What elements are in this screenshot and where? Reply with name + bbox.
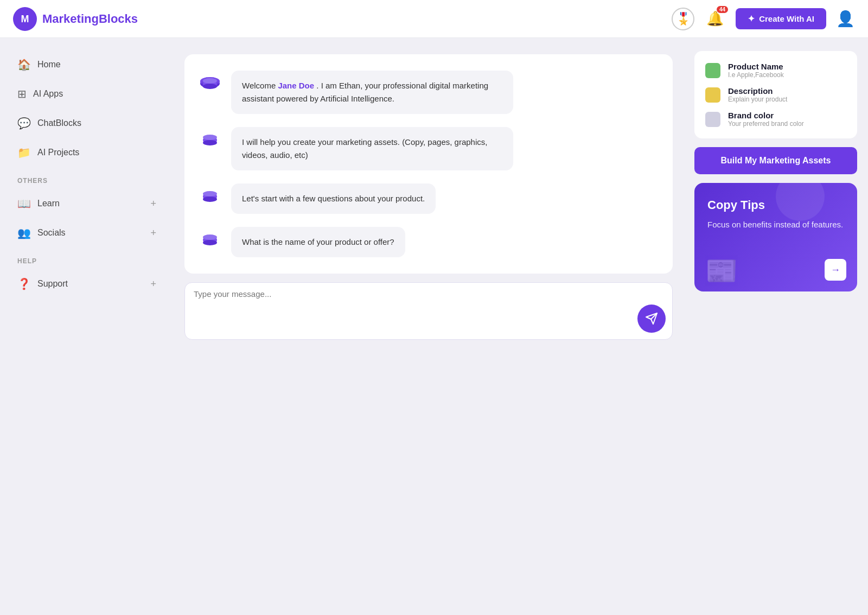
support-icon: ❓: [17, 277, 31, 290]
send-icon: [645, 312, 658, 325]
description-text: Description Explain your product: [728, 86, 787, 103]
input-area: [184, 282, 673, 340]
build-marketing-assets-button[interactable]: Build My Marketing Assets: [694, 147, 857, 174]
svg-point-11: [203, 135, 217, 140]
sparkle-icon: ✦: [748, 14, 755, 24]
svg-point-18: [203, 240, 217, 245]
medal-icon: 🎖️: [672, 8, 694, 30]
tips-next-button[interactable]: →: [825, 259, 846, 281]
main-layout: 🏠 Home ⊞ AI Apps 💬 ChatBlocks 📁 AI Proje…: [0, 38, 868, 615]
support-expand-icon[interactable]: +: [150, 278, 156, 290]
svg-point-8: [203, 78, 217, 84]
message-bubble-4: What is the name of your product or offe…: [231, 227, 405, 257]
tips-decor-icon: 📰: [705, 256, 738, 286]
help-section-label: HELP: [9, 249, 165, 268]
bot-avatar-2: [197, 127, 222, 152]
chat-input[interactable]: [194, 289, 630, 333]
chat-container: Welcome Jane Doe . I am Ethan, your prof…: [184, 54, 673, 274]
sidebar-item-socials[interactable]: 👥 Socials +: [9, 219, 165, 246]
brand-color-text: Brand color Your preferred brand color: [728, 111, 804, 128]
product-name-text: Product Name I.e Apple,Facebook: [728, 62, 784, 79]
bot-avatar-1: [197, 71, 222, 96]
center-content: Welcome Jane Doe . I am Ethan, your prof…: [174, 38, 684, 615]
progress-card: Product Name I.e Apple,Facebook Descript…: [694, 51, 857, 138]
copy-tips-text: Focus on benefits instead of features.: [707, 219, 844, 231]
description-dot: [705, 87, 720, 103]
product-name-item: Product Name I.e Apple,Facebook: [705, 62, 846, 79]
notification-badge: 44: [717, 6, 728, 13]
chat-message-3: Let's start with a few questions about y…: [197, 183, 660, 214]
learn-icon: 📖: [17, 197, 31, 210]
logo-area: M MarketingBlocks: [13, 7, 672, 31]
home-icon: 🏠: [17, 58, 31, 71]
svg-point-12: [203, 140, 217, 145]
learn-expand-icon[interactable]: +: [150, 198, 156, 210]
chat-message-1: Welcome Jane Doe . I am Ethan, your prof…: [197, 71, 660, 114]
sidebar: 🏠 Home ⊞ AI Apps 💬 ChatBlocks 📁 AI Proje…: [0, 38, 174, 615]
sidebar-item-ai-projects[interactable]: 📁 AI Projects: [9, 139, 165, 166]
header: M MarketingBlocks 🎖️ 🔔 44 ✦ Create With …: [0, 0, 868, 38]
sidebar-item-chatblocks[interactable]: 💬 ChatBlocks: [9, 110, 165, 137]
sidebar-item-ai-apps[interactable]: ⊞ AI Apps: [9, 80, 165, 107]
sidebar-item-home[interactable]: 🏠 Home: [9, 51, 165, 78]
svg-point-15: [203, 196, 217, 202]
notification-button[interactable]: 🔔 44: [704, 8, 726, 29]
ai-apps-icon: ⊞: [17, 87, 27, 100]
message-bubble-1: Welcome Jane Doe . I am Ethan, your prof…: [231, 71, 513, 114]
logo-text: MarketingBlocks: [42, 12, 138, 26]
others-section-label: OTHERS: [9, 168, 165, 188]
user-profile-button[interactable]: 👤: [836, 10, 855, 28]
chatblocks-icon: 💬: [17, 117, 31, 130]
svg-point-17: [203, 234, 217, 240]
svg-text:M: M: [21, 14, 29, 24]
product-name-dot: [705, 63, 720, 78]
message-bubble-2: I will help you create your marketing as…: [231, 127, 513, 170]
brand-color-dot: [705, 112, 720, 127]
bot-avatar-3: [197, 183, 222, 208]
brand-color-item: Brand color Your preferred brand color: [705, 111, 846, 128]
tips-decor-circle: [776, 183, 825, 221]
sidebar-item-learn[interactable]: 📖 Learn +: [9, 190, 165, 217]
svg-point-9: [203, 84, 217, 89]
chat-message-4: What is the name of your product or offe…: [197, 227, 660, 257]
ai-projects-icon: 📁: [17, 146, 31, 159]
svg-point-14: [203, 191, 217, 196]
description-item: Description Explain your product: [705, 86, 846, 103]
socials-icon: 👥: [17, 226, 31, 239]
bot-avatar-4: [197, 227, 222, 252]
right-panel: Product Name I.e Apple,Facebook Descript…: [684, 38, 868, 615]
logo-icon: M: [13, 7, 37, 31]
send-button[interactable]: [637, 305, 666, 333]
socials-expand-icon[interactable]: +: [150, 227, 156, 239]
sidebar-item-support[interactable]: ❓ Support +: [9, 270, 165, 297]
create-with-ai-button[interactable]: ✦ Create With AI: [736, 8, 826, 29]
header-right: 🎖️ 🔔 44 ✦ Create With AI 👤: [672, 8, 855, 30]
copy-tips-card: Copy Tips Focus on benefits instead of f…: [694, 183, 857, 291]
message-bubble-3: Let's start with a few questions about y…: [231, 183, 436, 214]
chat-message-2: I will help you create your marketing as…: [197, 127, 660, 170]
